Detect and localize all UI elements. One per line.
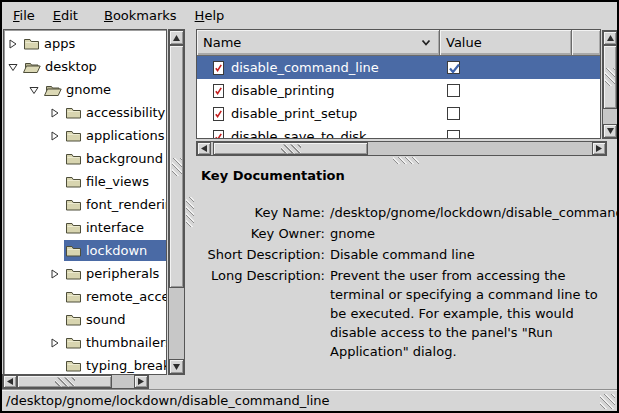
tree-row[interactable]: remote_access <box>4 285 166 308</box>
tree-row[interactable]: lockdown <box>4 239 166 262</box>
key-icon <box>211 60 225 76</box>
folder-closed-icon <box>65 313 82 326</box>
scroll-left-button[interactable] <box>197 142 211 155</box>
key-list: Name Value disable_command_line <box>196 29 601 139</box>
menu-item[interactable]: File <box>4 4 44 27</box>
tree-horizontal-scrollbar[interactable] <box>2 374 149 389</box>
key-list-header: Name Value <box>197 30 600 56</box>
tree-row[interactable]: file_views <box>4 170 166 193</box>
key-name-label: disable_command_line <box>231 60 379 75</box>
tree-row-zone: peripherals <box>64 263 166 284</box>
scroll-right-button[interactable] <box>134 375 148 388</box>
left-arrow-icon <box>6 377 14 386</box>
menu-item-label: Help <box>195 8 225 23</box>
tree-expander[interactable] <box>8 39 22 49</box>
folder-closed-icon <box>65 336 82 349</box>
thumb-grip <box>281 144 301 153</box>
sort-indicator-icon[interactable] <box>421 39 431 46</box>
scrollbar-thumb[interactable] <box>169 45 184 288</box>
tree-row[interactable]: desktop <box>4 55 166 78</box>
folder-closed-icon <box>65 175 82 188</box>
scroll-up-button[interactable] <box>603 31 617 45</box>
tree-expander[interactable] <box>50 338 64 348</box>
triangle-right-icon[interactable] <box>8 39 18 49</box>
key-list-horizontal-scrollbar[interactable] <box>196 141 607 156</box>
key-documentation-pane: Key Documentation Key Name: /desktop/gno… <box>195 164 617 389</box>
scroll-down-button[interactable] <box>603 124 617 138</box>
down-arrow-icon <box>172 363 181 371</box>
left-arrow-icon <box>200 144 208 153</box>
documentation-row: Short Description: Disable command line <box>201 245 617 264</box>
triangle-right-icon[interactable] <box>50 338 60 348</box>
triangle-down-icon[interactable] <box>29 85 39 95</box>
key-icon <box>211 129 225 140</box>
scroll-left-button[interactable] <box>3 375 17 388</box>
right-arrow-icon <box>137 377 145 386</box>
scrollbar-thumb[interactable] <box>17 375 112 388</box>
column-header-name-label: Name <box>203 35 241 50</box>
key-row[interactable]: disable_save_to_disk <box>197 125 600 139</box>
column-header-name[interactable]: Name <box>197 30 440 56</box>
tree-item-label: background <box>86 151 167 166</box>
scrollbar-thumb[interactable] <box>603 45 617 109</box>
tree-row-zone: background <box>64 148 167 169</box>
triangle-right-icon[interactable] <box>50 108 60 118</box>
key-row[interactable]: disable_print_setup <box>197 102 600 125</box>
tree-row[interactable]: background <box>4 147 166 170</box>
scrollbar-thumb[interactable] <box>213 142 368 155</box>
tree-item-label: lockdown <box>86 243 151 258</box>
documentation-field-value: Disable command line <box>330 245 617 264</box>
tree-row[interactable]: font_rendering <box>4 193 166 216</box>
key-row[interactable]: disable_command_line <box>197 56 600 79</box>
tree-row[interactable]: gnome <box>4 78 166 101</box>
tree-expander[interactable] <box>50 269 64 279</box>
tree-expander[interactable] <box>29 85 43 95</box>
tree-row[interactable]: applications <box>4 124 166 147</box>
tree-item-label: desktop <box>45 59 101 74</box>
tree-item-label: accessibility <box>86 105 167 120</box>
value-checkbox[interactable] <box>447 107 460 120</box>
documentation-field-label: Key Owner: <box>201 224 325 243</box>
value-checkbox[interactable] <box>447 130 460 139</box>
menu-item[interactable]: Edit <box>44 4 87 27</box>
triangle-right-icon[interactable] <box>50 131 60 141</box>
up-arrow-icon <box>606 34 615 42</box>
tree-item-label: file_views <box>86 174 153 189</box>
vertical-pane-splitter[interactable] <box>185 29 195 375</box>
tree-row-zone: remote_access <box>64 286 167 307</box>
resize-grip-icon[interactable] <box>600 394 615 409</box>
triangle-right-icon[interactable] <box>50 269 60 279</box>
tree-row[interactable]: thumbnailers <box>4 331 166 354</box>
folder-closed-icon <box>65 359 82 372</box>
scroll-up-button[interactable] <box>169 30 184 45</box>
tree-row[interactable]: interface <box>4 216 166 239</box>
tree-expander[interactable] <box>8 62 22 72</box>
menu-item[interactable]: Help <box>186 4 234 27</box>
tree-expander[interactable] <box>50 108 64 118</box>
down-arrow-icon <box>606 127 615 135</box>
statusbar: /desktop/gnome/lockdown/disable_command_… <box>2 389 617 411</box>
documentation-field-label: Key Name: <box>201 203 325 222</box>
folder-closed-icon <box>65 290 82 303</box>
tree-row[interactable]: apps <box>4 32 166 55</box>
tree-expander[interactable] <box>50 131 64 141</box>
documentation-fields: Key Name: /desktop/gnome/lockdown/disabl… <box>201 203 617 361</box>
tree-vertical-scrollbar[interactable] <box>168 29 185 375</box>
value-checkbox[interactable] <box>447 61 460 74</box>
tree-row[interactable]: typing_break <box>4 354 166 375</box>
key-row[interactable]: disable_printing <box>197 79 600 102</box>
scroll-down-button[interactable] <box>169 359 184 374</box>
tree-row[interactable]: peripherals <box>4 262 166 285</box>
tree-row[interactable]: accessibility <box>4 101 166 124</box>
tree-row-zone: accessibility <box>64 102 167 123</box>
triangle-down-icon[interactable] <box>8 62 18 72</box>
value-checkbox[interactable] <box>447 84 460 97</box>
scroll-right-button[interactable] <box>592 142 606 155</box>
tree-row[interactable]: sound <box>4 308 166 331</box>
horizontal-pane-splitter[interactable] <box>195 157 617 164</box>
key-list-vertical-scrollbar[interactable] <box>602 30 618 139</box>
tree-item-label: interface <box>86 220 148 235</box>
menu-item[interactable]: Bookmarks <box>95 4 186 27</box>
documentation-field-value: gnome <box>330 224 617 243</box>
column-header-value[interactable]: Value <box>440 30 572 56</box>
